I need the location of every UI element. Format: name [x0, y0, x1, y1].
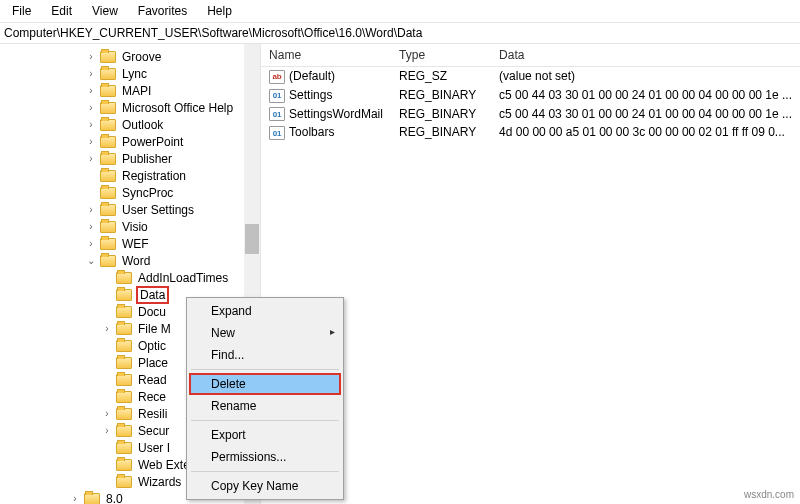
- chevron-right-icon[interactable]: ›: [84, 50, 98, 64]
- chevron-right-icon[interactable]: ›: [84, 152, 98, 166]
- ctx-new[interactable]: New: [189, 322, 341, 344]
- folder-icon: [100, 187, 116, 199]
- menu-bar: File Edit View Favorites Help: [0, 0, 800, 23]
- menu-help[interactable]: Help: [199, 2, 240, 20]
- tree-item[interactable]: ›Microsoft Office Help: [4, 99, 260, 116]
- tree-item[interactable]: ›WEF: [4, 235, 260, 252]
- tree-item-label: Visio: [120, 220, 150, 234]
- ctx-separator: [191, 369, 339, 370]
- list-row[interactable]: 01SettingsREG_BINARYc5 00 44 03 30 01 00…: [261, 86, 800, 105]
- chevron-right-icon[interactable]: ›: [84, 84, 98, 98]
- folder-icon: [100, 238, 116, 250]
- scroll-thumb[interactable]: [245, 224, 259, 254]
- ctx-expand[interactable]: Expand: [189, 300, 341, 322]
- tree-line-icon: [100, 356, 114, 370]
- ctx-permissions[interactable]: Permissions...: [189, 446, 341, 468]
- tree-line-icon: [100, 305, 114, 319]
- tree-item[interactable]: ›Groove: [4, 48, 260, 65]
- header-data[interactable]: Data: [491, 44, 800, 66]
- ctx-export[interactable]: Export: [189, 424, 341, 446]
- chevron-right-icon[interactable]: ›: [84, 203, 98, 217]
- tree-line-icon: [100, 458, 114, 472]
- ctx-rename[interactable]: Rename: [189, 395, 341, 417]
- tree-item[interactable]: ⌄Word: [4, 252, 260, 269]
- folder-icon: [100, 102, 116, 114]
- tree-item[interactable]: ›Lync: [4, 65, 260, 82]
- header-name[interactable]: Name: [261, 44, 391, 66]
- tree-item[interactable]: AddInLoadTimes: [4, 269, 260, 286]
- chevron-right-icon[interactable]: ›: [84, 237, 98, 251]
- ctx-separator: [191, 420, 339, 421]
- tree-item-label: Optic: [136, 339, 168, 353]
- chevron-right-icon[interactable]: ›: [84, 135, 98, 149]
- header-type[interactable]: Type: [391, 44, 491, 66]
- tree-item[interactable]: SyncProc: [4, 184, 260, 201]
- chevron-right-icon[interactable]: ›: [84, 118, 98, 132]
- address-bar[interactable]: Computer\HKEY_CURRENT_USER\Software\Micr…: [0, 23, 800, 44]
- folder-icon: [116, 442, 132, 454]
- tree-line-icon: [100, 339, 114, 353]
- binary-value-icon: 01: [269, 126, 285, 140]
- value-type: REG_SZ: [391, 69, 491, 84]
- list-row[interactable]: ab(Default)REG_SZ(value not set): [261, 67, 800, 86]
- value-name: (Default): [289, 69, 335, 83]
- menu-file[interactable]: File: [4, 2, 39, 20]
- ctx-find[interactable]: Find...: [189, 344, 341, 366]
- chevron-right-icon[interactable]: ›: [84, 101, 98, 115]
- tree-item[interactable]: ›MAPI: [4, 82, 260, 99]
- tree-item-label: Resili: [136, 407, 169, 421]
- tree-item[interactable]: ›Outlook: [4, 116, 260, 133]
- chevron-right-icon[interactable]: ›: [100, 322, 114, 336]
- folder-icon: [116, 374, 132, 386]
- tree-item-label: Microsoft Office Help: [120, 101, 235, 115]
- tree-item[interactable]: Registration: [4, 167, 260, 184]
- tree-item-label: Data: [136, 286, 169, 304]
- chevron-right-icon[interactable]: ›: [100, 424, 114, 438]
- chevron-right-icon[interactable]: ›: [100, 407, 114, 421]
- folder-icon: [116, 272, 132, 284]
- folder-icon: [100, 85, 116, 97]
- value-type: REG_BINARY: [391, 88, 491, 103]
- folder-icon: [100, 204, 116, 216]
- value-name: Toolbars: [289, 125, 334, 139]
- tree-item[interactable]: ›Publisher: [4, 150, 260, 167]
- chevron-right-icon[interactable]: ›: [84, 67, 98, 81]
- value-data: c5 00 44 03 30 01 00 00 24 01 00 00 04 0…: [491, 88, 800, 103]
- folder-icon: [100, 221, 116, 233]
- folder-icon: [100, 119, 116, 131]
- watermark: wsxdn.com: [744, 489, 794, 500]
- folder-icon: [116, 459, 132, 471]
- tree-line-icon: [100, 288, 114, 302]
- tree-item-label: User Settings: [120, 203, 196, 217]
- tree-item[interactable]: ›PowerPoint: [4, 133, 260, 150]
- menu-view[interactable]: View: [84, 2, 126, 20]
- tree-item-label: 8.0: [104, 492, 125, 505]
- tree-item-label: MAPI: [120, 84, 153, 98]
- list-row[interactable]: 01ToolbarsREG_BINARY4d 00 00 00 a5 01 00…: [261, 123, 800, 142]
- ctx-copy-key-name[interactable]: Copy Key Name: [189, 475, 341, 497]
- tree-item[interactable]: ›Visio: [4, 218, 260, 235]
- tree-item[interactable]: ›User Settings: [4, 201, 260, 218]
- folder-icon: [100, 51, 116, 63]
- tree-item-label: WEF: [120, 237, 151, 251]
- tree-item-label: Publisher: [120, 152, 174, 166]
- chevron-right-icon[interactable]: ›: [68, 492, 82, 505]
- chevron-down-icon[interactable]: ⌄: [84, 254, 98, 268]
- list-row[interactable]: 01SettingsWordMailREG_BINARYc5 00 44 03 …: [261, 105, 800, 124]
- folder-icon: [100, 255, 116, 267]
- value-type: REG_BINARY: [391, 125, 491, 140]
- folder-icon: [116, 476, 132, 488]
- folder-icon: [100, 68, 116, 80]
- folder-icon: [84, 493, 100, 505]
- menu-favorites[interactable]: Favorites: [130, 2, 195, 20]
- ctx-separator: [191, 471, 339, 472]
- folder-icon: [116, 323, 132, 335]
- chevron-right-icon[interactable]: ›: [84, 220, 98, 234]
- menu-edit[interactable]: Edit: [43, 2, 80, 20]
- ctx-delete[interactable]: Delete: [189, 373, 341, 395]
- tree-item-label: Wizards: [136, 475, 183, 489]
- tree-item-label: File M: [136, 322, 173, 336]
- tree-item-label: Lync: [120, 67, 149, 81]
- tree-line-icon: [100, 373, 114, 387]
- folder-icon: [116, 306, 132, 318]
